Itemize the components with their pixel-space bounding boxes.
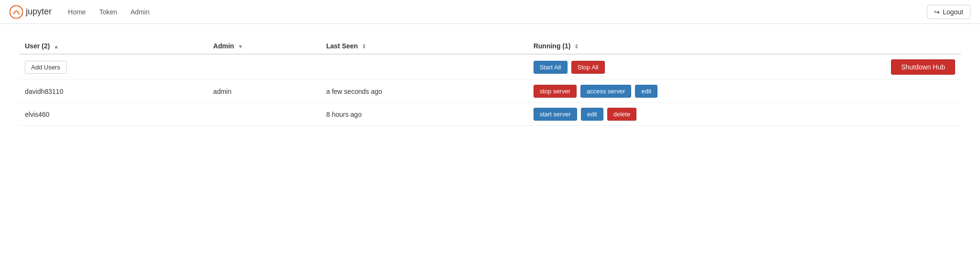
stop-all-button[interactable]: Stop All	[571, 61, 605, 74]
logout-icon: ↪	[934, 8, 940, 16]
delete-button-2[interactable]: delete	[607, 108, 636, 121]
col-header-admin[interactable]: Admin ▼	[208, 38, 321, 54]
admin-cell-2	[208, 103, 321, 126]
username-2: elvis460	[25, 111, 49, 118]
nav-item-admin[interactable]: Admin	[124, 0, 156, 24]
user-cell-2: elvis460	[19, 103, 208, 126]
edit-button-2[interactable]: edit	[581, 108, 603, 121]
table-row: davidh83110 admin a few seconds ago stop…	[19, 80, 961, 103]
main-content: User (2) ▲ Admin ▼ Last Seen ⇕ Running (…	[0, 24, 980, 140]
username-1: davidh83110	[25, 88, 63, 95]
lastseen-cell-1: a few seconds ago	[321, 80, 528, 103]
logout-label: Logout	[943, 8, 963, 16]
col-user-label: User (2)	[25, 42, 50, 50]
nav-item-token[interactable]: Token	[92, 0, 123, 24]
running-cell-2: start server edit delete	[528, 103, 961, 126]
col-header-lastseen[interactable]: Last Seen ⇕	[321, 38, 528, 54]
header-actions: Start All Stop All Shutdown Hub	[534, 59, 955, 75]
add-users-button[interactable]: Add Users	[25, 61, 67, 74]
lastseen-2: 8 hours ago	[326, 111, 362, 118]
col-lastseen-label: Last Seen	[326, 42, 358, 50]
add-users-cell: Add Users	[19, 54, 208, 80]
brand-name: jupyter	[26, 7, 52, 17]
navbar-right: ↪ Logout	[927, 5, 970, 19]
col-lastseen-sort-icon: ⇕	[362, 44, 366, 50]
admin-cell-1: admin	[208, 80, 321, 103]
running-cell-1: stop server access server edit	[528, 80, 961, 103]
nav-link-token[interactable]: Token	[92, 0, 123, 24]
lastseen-cell-2: 8 hours ago	[321, 103, 528, 126]
lastseen-1: a few seconds ago	[326, 88, 382, 95]
action-row-admin-cell	[208, 54, 321, 80]
users-table: User (2) ▲ Admin ▼ Last Seen ⇕ Running (…	[19, 38, 961, 126]
col-running-label: Running (1)	[534, 42, 571, 50]
admin-label-1: admin	[213, 88, 232, 95]
action-row-lastseen-cell	[321, 54, 528, 80]
col-running-sort-icon: ⇕	[574, 44, 579, 50]
navbar: jupyter Home Token Admin ↪ Logout	[0, 0, 980, 24]
nav-link-admin[interactable]: Admin	[124, 0, 156, 24]
shutdown-hub-button[interactable]: Shutdown Hub	[891, 59, 955, 75]
edit-button-1[interactable]: edit	[635, 85, 657, 98]
start-all-button[interactable]: Start All	[534, 61, 568, 74]
stop-server-button-1[interactable]: stop server	[534, 85, 577, 98]
col-user-sort-icon: ▲	[54, 44, 59, 49]
running-actions-2: start server edit delete	[534, 108, 955, 121]
col-header-running[interactable]: Running (1) ⇕	[528, 38, 961, 54]
col-admin-label: Admin	[213, 42, 234, 50]
col-header-user[interactable]: User (2) ▲	[19, 38, 208, 54]
table-header-row: User (2) ▲ Admin ▼ Last Seen ⇕ Running (…	[19, 38, 961, 54]
logout-button[interactable]: ↪ Logout	[927, 5, 970, 19]
col-admin-sort-icon: ▼	[238, 44, 243, 49]
nav-link-home[interactable]: Home	[61, 0, 92, 24]
user-cell-1: davidh83110	[19, 80, 208, 103]
brand-link[interactable]: jupyter	[10, 5, 52, 19]
access-server-button-1[interactable]: access server	[580, 85, 631, 98]
svg-point-0	[10, 5, 23, 18]
nav-links: Home Token Admin	[61, 0, 156, 24]
running-actions-1: stop server access server edit	[534, 85, 955, 98]
table-row: elvis460 8 hours ago start server edit d…	[19, 103, 961, 126]
action-row: Add Users Start All Stop All Shutdown Hu…	[19, 54, 961, 80]
action-row-running-cell: Start All Stop All Shutdown Hub	[528, 54, 961, 80]
start-server-button-2[interactable]: start server	[534, 108, 577, 121]
nav-item-home[interactable]: Home	[61, 0, 92, 24]
jupyter-logo-icon	[10, 5, 23, 19]
